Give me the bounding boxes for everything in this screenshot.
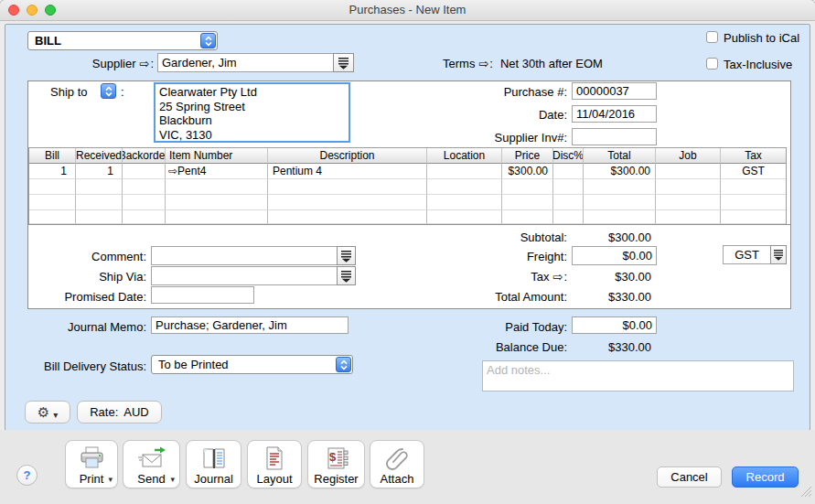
item-zoom-arrow-icon[interactable]: ⇨ xyxy=(168,165,177,177)
table-cell-empty[interactable] xyxy=(584,179,656,195)
table-cell-empty[interactable] xyxy=(656,210,721,224)
table-cell-empty[interactable] xyxy=(656,195,721,210)
table-cell-empty[interactable] xyxy=(29,179,76,195)
cell-description[interactable]: Pentium 4 xyxy=(268,164,427,179)
cancel-button[interactable]: Cancel xyxy=(657,466,722,488)
table-cell-empty[interactable] xyxy=(502,179,553,195)
terms-zoom-arrow-icon[interactable]: ⇨ xyxy=(478,57,488,70)
supplier-zoom-arrow-icon[interactable]: ⇨ xyxy=(139,57,149,70)
attach-icon xyxy=(384,442,410,472)
table-cell-empty[interactable] xyxy=(553,210,584,224)
record-button[interactable]: Record xyxy=(732,466,799,488)
table-cell-empty[interactable] xyxy=(502,210,553,224)
transaction-type-select[interactable]: BILL xyxy=(27,31,218,50)
journal-icon xyxy=(200,442,228,472)
send-button[interactable]: Send ▾ xyxy=(123,440,180,488)
table-cell-empty[interactable] xyxy=(76,179,123,195)
table-cell-empty[interactable] xyxy=(166,179,268,195)
table-cell-empty[interactable] xyxy=(123,179,166,195)
caret-down-icon: ▾ xyxy=(108,475,113,484)
resize-grip[interactable] xyxy=(800,485,812,501)
table-cell-empty[interactable] xyxy=(656,179,721,195)
list-dropdown-icon xyxy=(338,57,349,70)
table-cell-empty[interactable] xyxy=(166,195,268,210)
cell-backorder[interactable] xyxy=(123,164,166,179)
freight-input[interactable] xyxy=(572,246,657,265)
table-cell-empty[interactable] xyxy=(29,195,76,210)
table-cell-empty[interactable] xyxy=(502,195,553,210)
cell-location[interactable] xyxy=(427,164,502,179)
ship-to-address-textarea[interactable]: Clearwater Pty Ltd 25 Spring Street Blac… xyxy=(154,82,350,143)
cell-price[interactable]: $300.00 xyxy=(502,164,553,179)
supplier-combo-button[interactable] xyxy=(333,53,354,72)
table-cell-empty[interactable] xyxy=(123,195,166,210)
rate-button[interactable]: Rate: AUD xyxy=(77,401,162,424)
settings-gear-button[interactable]: ⚙ ▾ xyxy=(25,401,70,424)
table-cell-empty[interactable] xyxy=(427,195,502,210)
col-header-received: Received xyxy=(76,148,123,164)
cell-item-number[interactable]: ⇨Pent4 xyxy=(166,164,268,179)
date-label: Date: xyxy=(430,107,567,123)
table-cell-empty[interactable] xyxy=(721,179,786,195)
ship-via-input[interactable] xyxy=(151,266,338,285)
cell-bill[interactable]: 1 xyxy=(29,164,76,179)
purchase-no-input[interactable] xyxy=(572,82,657,100)
ship-via-combo-button[interactable] xyxy=(337,266,356,285)
gear-icon: ⚙ xyxy=(38,404,49,421)
journal-memo-label: Journal Memo: xyxy=(18,319,146,335)
tax-value: $30.00 xyxy=(542,269,651,284)
publish-ical-checkbox[interactable] xyxy=(706,31,718,43)
cell-disc[interactable] xyxy=(553,164,584,179)
table-cell-empty[interactable] xyxy=(721,210,786,224)
print-icon xyxy=(78,442,105,472)
table-cell-empty[interactable] xyxy=(29,210,76,224)
promised-date-input[interactable] xyxy=(151,286,254,304)
tax-inclusive-label: Tax-Inclusive xyxy=(724,57,792,72)
cell-tax[interactable]: GST xyxy=(721,164,786,179)
freight-tax-combo-button[interactable] xyxy=(770,245,787,264)
table-cell-empty[interactable] xyxy=(268,195,427,210)
table-cell-empty[interactable] xyxy=(268,210,427,224)
table-cell-empty[interactable] xyxy=(584,210,656,224)
notes-textarea[interactable] xyxy=(482,360,794,391)
register-icon: $ xyxy=(324,442,349,472)
tax-inclusive-checkbox[interactable] xyxy=(706,58,718,70)
paid-today-input[interactable] xyxy=(572,316,657,334)
list-dropdown-icon xyxy=(341,250,351,263)
table-cell-empty[interactable] xyxy=(268,179,427,195)
comment-input[interactable] xyxy=(151,246,338,265)
table-cell-empty[interactable] xyxy=(553,195,584,210)
ship-to-label: Ship to xyxy=(50,84,87,100)
comment-combo-button[interactable] xyxy=(337,246,356,265)
table-cell-empty[interactable] xyxy=(427,210,502,224)
journal-button[interactable]: Journal xyxy=(186,440,241,488)
cell-received[interactable]: 1 xyxy=(76,164,123,179)
help-button[interactable]: ? xyxy=(16,465,38,486)
journal-memo-input[interactable] xyxy=(151,316,349,334)
register-button[interactable]: $ Register xyxy=(307,440,365,488)
supplier-inv-input[interactable] xyxy=(572,128,657,145)
cell-job[interactable] xyxy=(656,164,721,179)
supplier-input[interactable] xyxy=(157,53,334,72)
freight-tax-code[interactable]: GST xyxy=(723,245,771,264)
attach-button[interactable]: Attach xyxy=(370,440,424,488)
table-cell-empty[interactable] xyxy=(584,195,656,210)
table-cell-empty[interactable] xyxy=(76,195,123,210)
table-cell-empty[interactable] xyxy=(553,179,584,195)
popup-stepper-icon xyxy=(336,357,351,372)
print-button[interactable]: Print ▾ xyxy=(65,440,118,488)
col-header-location: Location xyxy=(427,148,502,164)
ship-to-stepper[interactable] xyxy=(101,83,116,99)
layout-icon xyxy=(263,442,286,472)
table-cell-empty[interactable] xyxy=(123,210,166,224)
table-cell-empty[interactable] xyxy=(166,210,268,224)
delivery-status-value: To be Printed xyxy=(152,358,335,371)
total-amount-value: $330.00 xyxy=(542,289,651,305)
table-cell-empty[interactable] xyxy=(721,195,786,210)
cell-total[interactable]: $300.00 xyxy=(584,164,656,179)
date-input[interactable] xyxy=(572,105,657,123)
delivery-status-select[interactable]: To be Printed xyxy=(151,355,353,374)
table-cell-empty[interactable] xyxy=(76,210,123,224)
table-cell-empty[interactable] xyxy=(427,179,502,195)
layout-button[interactable]: Layout xyxy=(247,440,302,488)
